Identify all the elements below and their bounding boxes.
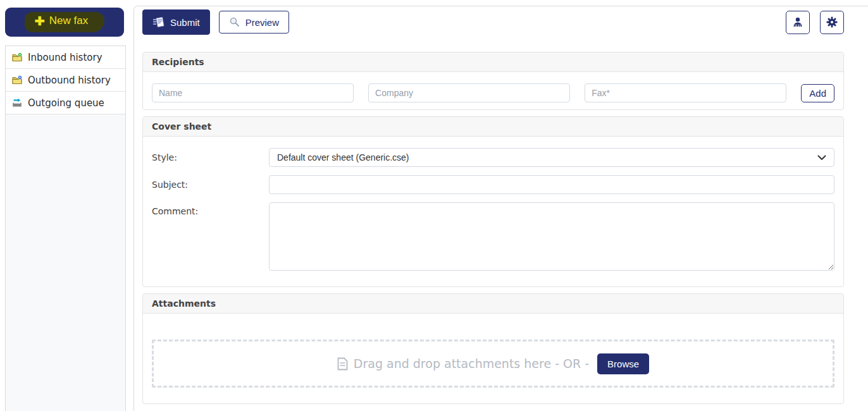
sidebar-item-label: Outgoing queue bbox=[28, 97, 104, 109]
recipients-section: Recipients Add bbox=[142, 52, 844, 110]
recipient-fax-input[interactable] bbox=[585, 83, 786, 102]
comment-label: Comment: bbox=[152, 202, 269, 216]
attachments-title: Attachments bbox=[143, 294, 843, 314]
inbound-folder-icon bbox=[12, 52, 23, 62]
toolbar: Submit Preview bbox=[142, 9, 844, 35]
main-panel: Submit Preview bbox=[133, 6, 868, 411]
chevron-down-icon bbox=[817, 155, 826, 161]
sidebar-item-outgoing-queue[interactable]: Outgoing queue bbox=[6, 92, 125, 114]
recipient-company-input[interactable] bbox=[368, 83, 570, 102]
plus-icon: ✚ bbox=[35, 15, 45, 27]
new-fax-label: New fax bbox=[49, 15, 88, 27]
attachments-dropzone[interactable]: Drag and drop attachments here - OR - Br… bbox=[152, 340, 834, 388]
recipients-title: Recipients bbox=[143, 52, 843, 72]
submit-button[interactable]: Submit bbox=[142, 9, 210, 35]
recipient-name-input[interactable] bbox=[152, 83, 354, 102]
cover-sheet-style-select[interactable]: Default cover sheet (Generic.cse) bbox=[269, 148, 834, 167]
app-window: ✚ New fax Inbound history bbox=[0, 0, 868, 411]
attachments-body: Drag and drop attachments here - OR - Br… bbox=[143, 314, 843, 403]
preview-label: Preview bbox=[245, 17, 279, 28]
preview-button[interactable]: Preview bbox=[219, 11, 289, 34]
style-selected-value: Default cover sheet (Generic.cse) bbox=[277, 152, 409, 163]
magnifier-icon bbox=[229, 16, 240, 28]
sidebar-item-label: Outbound history bbox=[28, 75, 111, 86]
sidebar-item-outbound-history[interactable]: Outbound history bbox=[6, 69, 125, 92]
cover-sheet-section: Cover sheet Style: Default cover sheet (… bbox=[142, 116, 844, 287]
document-icon bbox=[337, 357, 348, 371]
cover-sheet-title: Cover sheet bbox=[143, 117, 843, 137]
recipients-body: Add bbox=[143, 72, 843, 109]
add-recipient-button[interactable]: Add bbox=[801, 84, 834, 102]
style-label: Style: bbox=[152, 152, 269, 163]
submit-label: Submit bbox=[170, 17, 200, 28]
new-fax-highlight: ✚ New fax bbox=[25, 12, 104, 32]
sidebar: ✚ New fax Inbound history bbox=[0, 0, 130, 411]
browse-button[interactable]: Browse bbox=[597, 353, 649, 374]
sidebar-nav: Inbound history Outbound history bbox=[5, 46, 126, 411]
cover-sheet-body: Style: Default cover sheet (Generic.cse)… bbox=[143, 137, 843, 286]
contacts-button[interactable] bbox=[786, 11, 810, 34]
attachments-section: Attachments Drag and drop attachments he… bbox=[142, 293, 844, 404]
settings-gear-icon bbox=[826, 16, 838, 28]
toolbar-right bbox=[786, 11, 844, 34]
subject-input[interactable] bbox=[269, 175, 834, 194]
outgoing-queue-icon bbox=[12, 98, 23, 107]
sidebar-item-inbound-history[interactable]: Inbound history bbox=[6, 46, 125, 69]
outbound-folder-icon bbox=[12, 75, 23, 85]
sidebar-item-label: Inbound history bbox=[28, 52, 102, 63]
dropzone-text: Drag and drop attachments here - OR - bbox=[354, 357, 589, 371]
settings-button[interactable] bbox=[820, 11, 844, 34]
contacts-icon bbox=[791, 16, 804, 28]
new-fax-button[interactable]: ✚ New fax bbox=[5, 8, 124, 37]
send-fax-icon bbox=[152, 16, 165, 28]
comment-textarea[interactable] bbox=[269, 202, 834, 271]
subject-label: Subject: bbox=[152, 180, 269, 190]
